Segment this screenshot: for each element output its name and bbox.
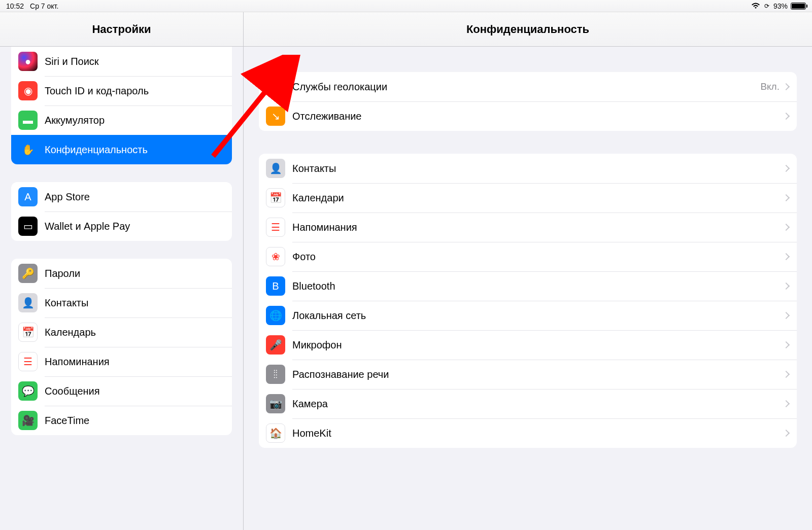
sidebar-item-label: Контакты: [45, 297, 225, 309]
sidebar-item-label: Аккумулятор: [45, 115, 225, 126]
location-icon: ➤: [266, 77, 285, 96]
sidebar-title: Настройки: [0, 12, 243, 47]
sidebar-item-label: Напоминания: [45, 356, 225, 368]
photos-icon: ❀: [266, 247, 285, 266]
row-label: HomeKit: [292, 428, 784, 439]
sidebar-item-privacy[interactable]: ✋Конфиденциальность: [11, 135, 232, 164]
row-photos[interactable]: ❀Фото: [259, 242, 797, 271]
chevron-right-icon: [783, 341, 790, 348]
row-reminders[interactable]: ☰Напоминания: [259, 213, 797, 242]
row-label: Напоминания: [292, 222, 784, 233]
chevron-right-icon: [783, 194, 790, 201]
sidebar-item-label: Сообщения: [45, 385, 225, 397]
messages-icon: 💬: [18, 381, 38, 401]
calendar-icon: 📅: [266, 188, 285, 207]
sidebar-item-label: Siri и Поиск: [45, 56, 225, 67]
row-label: Bluetooth: [292, 280, 784, 292]
row-camera[interactable]: 📷Камера: [259, 389, 797, 418]
sidebar-group: ●Siri и Поиск◉Touch ID и код-пароль▬Акку…: [11, 47, 232, 164]
row-location[interactable]: ➤Службы геолокацииВкл.: [259, 72, 797, 101]
battery-icon: [791, 3, 806, 10]
row-label: Микрофон: [292, 339, 784, 351]
status-bar: 10:52 Ср 7 окт. ⟳ 93%: [0, 0, 812, 12]
camera-icon: 📷: [266, 394, 285, 413]
reminders-icon: ☰: [18, 352, 38, 371]
chevron-right-icon: [783, 430, 790, 437]
row-calendars[interactable]: 📅Календари: [259, 183, 797, 213]
reminders-icon: ☰: [266, 218, 285, 237]
sidebar: Настройки ●Siri и Поиск◉Touch ID и код-п…: [0, 12, 244, 530]
row-homekit[interactable]: 🏠HomeKit: [259, 418, 797, 448]
sidebar-group: 🔑Пароли👤Контакты📅Календарь☰Напоминания💬С…: [11, 259, 232, 435]
touchid-icon: ◉: [18, 81, 38, 100]
row-label: Контакты: [292, 163, 784, 174]
sidebar-item-reminders[interactable]: ☰Напоминания: [11, 347, 232, 376]
tracking-icon: ↘: [266, 107, 285, 126]
wifi-icon: [751, 3, 760, 10]
sidebar-item-messages[interactable]: 💬Сообщения: [11, 376, 232, 406]
row-value: Вкл.: [760, 81, 780, 92]
sidebar-item-label: Touch ID и код-пароль: [45, 85, 225, 97]
status-time: 10:52: [6, 2, 24, 10]
sidebar-item-label: App Store: [45, 191, 225, 203]
sidebar-item-passwords[interactable]: 🔑Пароли: [11, 259, 232, 288]
row-label: Локальная сеть: [292, 310, 784, 322]
row-tracking[interactable]: ↘Отслеживание: [259, 101, 797, 131]
content-title: Конфиденциальность: [244, 12, 812, 47]
row-localnet[interactable]: 🌐Локальная сеть: [259, 301, 797, 330]
contacts-icon: 👤: [18, 293, 38, 312]
localnet-icon: 🌐: [266, 306, 285, 325]
chevron-right-icon: [783, 113, 790, 120]
sidebar-item-label: Wallet и Apple Pay: [45, 221, 225, 232]
contacts-icon: 👤: [266, 159, 285, 178]
content-group: 👤Контакты📅Календари☰Напоминания❀ФотоBBlu…: [259, 154, 797, 448]
chevron-right-icon: [783, 165, 790, 172]
status-battery-percent: 93%: [773, 2, 788, 10]
row-label: Фото: [292, 251, 784, 263]
chevron-right-icon: [783, 400, 790, 407]
bluetooth-icon: B: [266, 276, 285, 296]
chevron-right-icon: [783, 371, 790, 378]
mic-icon: 🎤: [266, 335, 285, 355]
speech-icon: ⦙⦙: [266, 365, 285, 384]
chevron-right-icon: [783, 83, 790, 90]
facetime-icon: 🎥: [18, 411, 38, 430]
sidebar-item-label: Календарь: [45, 327, 225, 338]
sidebar-item-label: Конфиденциальность: [45, 144, 225, 156]
content: Конфиденциальность ➤Службы геолокацииВкл…: [244, 12, 812, 530]
row-label: Календари: [292, 192, 784, 204]
sidebar-item-contacts[interactable]: 👤Контакты: [11, 288, 232, 317]
row-label: Отслеживание: [292, 111, 784, 122]
key-icon: 🔑: [18, 264, 38, 283]
chevron-right-icon: [783, 224, 790, 231]
sidebar-item-label: Пароли: [45, 268, 225, 279]
row-label: Камера: [292, 398, 784, 410]
row-mic[interactable]: 🎤Микрофон: [259, 330, 797, 360]
sidebar-item-touchid[interactable]: ◉Touch ID и код-пароль: [11, 76, 232, 105]
sidebar-item-facetime[interactable]: 🎥FaceTime: [11, 406, 232, 435]
appstore-icon: A: [18, 187, 38, 206]
homekit-icon: 🏠: [266, 423, 285, 443]
sidebar-item-battery[interactable]: ▬Аккумулятор: [11, 105, 232, 135]
sidebar-item-appstore[interactable]: AApp Store: [11, 182, 232, 211]
status-date: Ср 7 окт.: [30, 2, 58, 10]
hand-icon: ✋: [18, 140, 38, 159]
row-bluetooth[interactable]: BBluetooth: [259, 271, 797, 301]
chevron-right-icon: [783, 282, 790, 290]
battery-icon: ▬: [18, 111, 38, 130]
sidebar-item-wallet[interactable]: ▭Wallet и Apple Pay: [11, 211, 232, 241]
sidebar-group: AApp Store▭Wallet и Apple Pay: [11, 182, 232, 241]
row-speech[interactable]: ⦙⦙Распознавание речи: [259, 360, 797, 389]
sidebar-item-label: FaceTime: [45, 415, 225, 427]
siri-icon: ●: [18, 52, 38, 71]
sidebar-item-calendar[interactable]: 📅Календарь: [11, 317, 232, 347]
orientation-lock-icon: ⟳: [763, 3, 770, 10]
sidebar-item-siri[interactable]: ●Siri и Поиск: [11, 47, 232, 76]
wallet-icon: ▭: [18, 217, 38, 236]
row-label: Распознавание речи: [292, 369, 784, 380]
content-group: ➤Службы геолокацииВкл.↘Отслеживание: [259, 72, 797, 131]
chevron-right-icon: [783, 253, 790, 260]
calendar-icon: 📅: [18, 323, 38, 342]
row-label: Службы геолокации: [292, 81, 760, 93]
row-contacts[interactable]: 👤Контакты: [259, 154, 797, 183]
